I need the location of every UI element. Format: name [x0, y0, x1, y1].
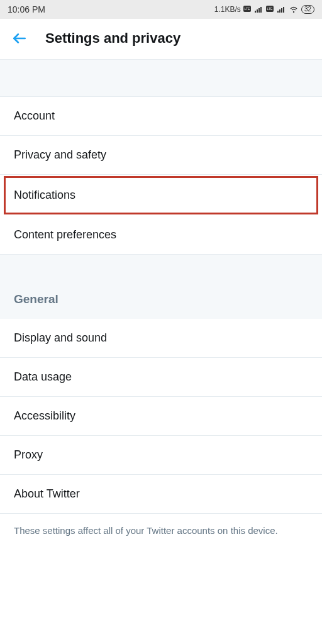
username-section	[0, 60, 322, 96]
svg-text:LTE: LTE	[244, 7, 250, 11]
footer-note: These settings affect all of your Twitte…	[0, 514, 322, 547]
lte-icon-2: LTE	[266, 6, 275, 13]
svg-rect-10	[281, 8, 282, 13]
svg-rect-9	[279, 9, 280, 13]
settings-item-content-preferences[interactable]: Content preferences	[0, 216, 322, 255]
svg-point-12	[293, 11, 294, 13]
settings-item-account[interactable]: Account	[0, 97, 322, 136]
status-indicators: 1.1KB/s LTE LTE 32	[214, 5, 314, 14]
lte-icon-1: LTE	[243, 6, 252, 13]
signal-icon-2	[277, 6, 286, 13]
page-title: Settings and privacy	[45, 30, 180, 47]
settings-item-data-usage[interactable]: Data usage	[0, 358, 322, 397]
svg-rect-5	[260, 7, 262, 13]
battery-icon: 32	[301, 5, 314, 14]
svg-rect-2	[255, 11, 256, 13]
svg-rect-3	[257, 9, 258, 13]
status-bar: 10:06 PM 1.1KB/s LTE LTE 32	[0, 0, 322, 19]
svg-text:LTE: LTE	[267, 7, 272, 11]
settings-item-display-sound[interactable]: Display and sound	[0, 319, 322, 358]
signal-icon-1	[255, 6, 264, 13]
status-time: 10:06 PM	[8, 4, 45, 14]
status-speed: 1.1KB/s	[214, 5, 241, 14]
back-button[interactable]	[11, 30, 28, 47]
settings-item-notifications[interactable]: Notifications	[4, 176, 318, 214]
settings-item-about-twitter[interactable]: About Twitter	[0, 475, 322, 514]
svg-rect-11	[283, 7, 284, 13]
app-header: Settings and privacy	[0, 19, 322, 59]
settings-item-proxy[interactable]: Proxy	[0, 436, 322, 475]
svg-rect-4	[258, 8, 260, 13]
settings-item-privacy-safety[interactable]: Privacy and safety	[0, 136, 322, 175]
highlight-wrap: Notifications	[0, 175, 322, 216]
svg-rect-8	[277, 11, 279, 13]
section-gap	[0, 255, 322, 276]
section-header-general: General	[0, 276, 322, 319]
settings-item-accessibility[interactable]: Accessibility	[0, 397, 322, 436]
wifi-icon	[289, 6, 299, 13]
